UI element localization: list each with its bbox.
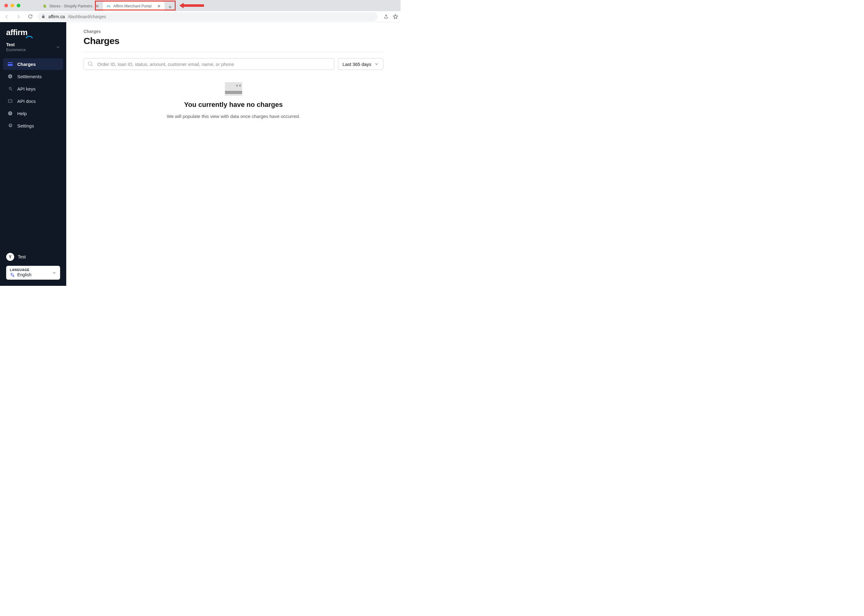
language-label: LANGUAGE [10, 268, 31, 272]
svg-text:?: ? [9, 112, 11, 115]
sidebar-item-label: Help [17, 111, 27, 116]
sidebar-item-api-keys[interactable]: API keys [3, 83, 63, 94]
code-icon [7, 98, 13, 104]
bookmark-icon[interactable] [393, 14, 398, 19]
sidebar-item-charges[interactable]: Charges [3, 58, 63, 70]
sidebar-item-label: Settlements [17, 74, 42, 79]
divider [83, 52, 383, 52]
gear-icon [7, 123, 13, 129]
tabs: Stores - Shopify Partners ✕ Affirm Merch… [39, 0, 175, 11]
user-menu[interactable]: T Test [6, 253, 60, 261]
close-icon[interactable]: ✕ [157, 4, 162, 9]
sidebar-item-label: Charges [17, 61, 36, 67]
shopify-favicon [42, 4, 47, 9]
sidebar-item-label: API docs [17, 99, 36, 104]
window-close-button[interactable] [4, 4, 8, 7]
url-host: affirm.ca [48, 14, 65, 19]
store-switcher[interactable]: Test Ecommerce [0, 39, 66, 57]
lock-icon [41, 14, 45, 19]
window-maximize-button[interactable] [17, 4, 20, 7]
svg-rect-2 [8, 63, 13, 64]
chevron-down-icon [375, 62, 379, 66]
search-box[interactable] [83, 58, 334, 70]
share-icon[interactable] [384, 14, 389, 19]
svg-marker-0 [179, 3, 204, 8]
close-icon[interactable]: ✕ [95, 4, 100, 9]
tab-label: Affirm Merchant Portal [113, 4, 154, 8]
help-icon: ? [7, 111, 13, 116]
brand-logo: affirm [0, 22, 66, 39]
window-minimize-button[interactable] [11, 4, 14, 7]
new-tab-button[interactable]: ＋ [166, 2, 175, 11]
reload-button[interactable] [26, 12, 35, 21]
sidebar-item-label: API keys [17, 86, 35, 91]
url-path: /dashboard/charges [68, 14, 106, 19]
date-range-filter[interactable]: Last 365 days [338, 58, 383, 70]
forward-button[interactable] [14, 12, 23, 21]
empty-card-icon [225, 82, 242, 96]
chevron-down-icon [52, 271, 57, 275]
tab-label: Stores - Shopify Partners [49, 4, 93, 8]
sidebar-item-help[interactable]: ? Help [3, 107, 63, 119]
avatar: T [6, 253, 14, 261]
svg-point-8 [88, 62, 92, 66]
brand-arc-icon [25, 32, 33, 39]
sidebar-item-settlements[interactable]: $ Settlements [3, 71, 63, 82]
sidebar: affirm Test Ecommerce Charges $ Set [0, 22, 66, 286]
browser-toolbar: affirm.ca/dashboard/charges [0, 11, 401, 22]
search-input[interactable] [98, 61, 330, 67]
back-button[interactable] [2, 12, 11, 21]
store-name: Test [6, 42, 26, 47]
card-icon [7, 61, 13, 67]
empty-text: We will populate this view with data onc… [167, 114, 300, 119]
window-controls [4, 4, 20, 7]
date-filter-label: Last 365 days [343, 61, 371, 67]
svg-rect-1 [8, 62, 13, 66]
main-content: Charges Charges Last 365 days You curren… [66, 22, 401, 286]
dollar-circle-icon: $ [7, 74, 13, 79]
translate-icon [10, 272, 15, 277]
sidebar-nav: Charges $ Settlements API keys API docs … [0, 57, 66, 134]
language-selector[interactable]: LANGUAGE English [6, 266, 60, 280]
annotation-arrow [179, 3, 204, 8]
svg-text:$: $ [9, 75, 11, 78]
sidebar-item-label: Settings [17, 123, 34, 129]
breadcrumb: Charges [83, 29, 383, 34]
empty-state: You currently have no charges We will po… [83, 82, 383, 119]
sidebar-item-settings[interactable]: Settings [3, 120, 63, 132]
user-name: Test [18, 255, 26, 259]
address-bar[interactable]: affirm.ca/dashboard/charges [38, 12, 378, 21]
page-title: Charges [83, 36, 383, 46]
search-icon [88, 61, 94, 67]
affirm-favicon [106, 4, 111, 9]
store-type: Ecommerce [6, 48, 26, 52]
svg-rect-5 [8, 99, 12, 102]
key-icon [7, 86, 13, 91]
language-value: English [17, 272, 31, 277]
sidebar-item-api-docs[interactable]: API docs [3, 95, 63, 107]
chevron-down-icon [56, 45, 60, 49]
tab-shopify-partners[interactable]: Stores - Shopify Partners ✕ [39, 1, 103, 11]
tab-affirm-merchant-portal[interactable]: Affirm Merchant Portal ✕ [103, 1, 165, 11]
empty-title: You currently have no charges [184, 101, 283, 109]
brand-text: affirm [6, 28, 27, 37]
